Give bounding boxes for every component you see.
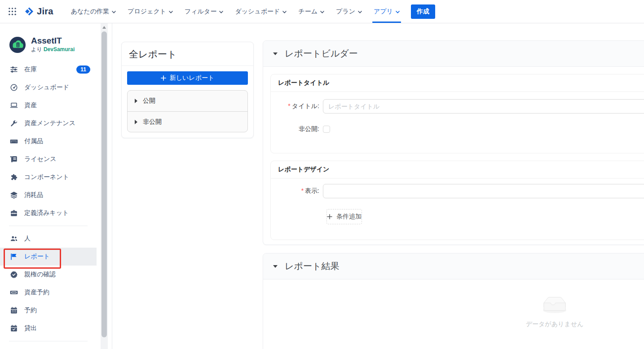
sidebar-menu: 在庫 11 ダッシュボード 資産 資産メンテナンス — [0, 61, 97, 341]
required-asterisk: * — [301, 187, 304, 194]
sidebar-divider — [9, 226, 88, 226]
sidebar-item-licenses[interactable]: ライセンス — [0, 150, 97, 168]
chevron-down-icon — [112, 11, 116, 13]
assetit-brand: AssetIT より DevSamurai — [0, 23, 112, 53]
nav-your-work[interactable]: あなたの作業 — [65, 0, 122, 23]
assetit-sidebar: AssetIT より DevSamurai 在庫 11 ダッシュボード — [0, 23, 112, 349]
layers-icon — [10, 191, 18, 199]
plus-icon — [327, 214, 332, 219]
dashboard-gauge-icon — [10, 83, 18, 92]
sidebar-item-asset-maintenance[interactable]: 資産メンテナンス — [0, 114, 97, 132]
badge-check-icon — [10, 270, 18, 279]
laptop-icon — [10, 101, 18, 109]
sidebar-item-predefined-kits[interactable]: 定義済みキット — [0, 204, 97, 222]
private-field-label: 非公開: — [278, 125, 323, 133]
sidebar-item-dashboard[interactable]: ダッシュボード — [0, 79, 97, 96]
empty-state-text: データがありません — [263, 320, 644, 328]
caret-right-icon — [135, 120, 137, 124]
report-title-input[interactable] — [323, 99, 644, 113]
display-field-label: *表示: — [278, 187, 323, 195]
sidebar-divider — [9, 341, 88, 341]
sidebar-item-booking[interactable]: 予約 — [0, 301, 97, 319]
report-design-fieldset: レポートデザイン *表示: 条件追加 — [270, 161, 644, 240]
create-button[interactable]: 作成 — [411, 4, 435, 19]
chevron-down-icon — [169, 11, 173, 13]
main-content: 全レポート 新しいレポート 公開 非公開 レポートビ — [112, 23, 644, 349]
new-report-button[interactable]: 新しいレポート — [127, 71, 248, 85]
sidebar-item-consumables[interactable]: 消耗品 — [0, 186, 97, 204]
report-results-title: レポート結果 — [285, 260, 339, 272]
sidebar-item-inventory[interactable]: 在庫 11 — [0, 61, 97, 79]
nav-dashboards[interactable]: ダッシュボード — [229, 0, 292, 23]
chevron-down-icon — [282, 11, 287, 13]
nav-apps[interactable]: アプリ — [368, 0, 406, 23]
app-byline: より DevSamurai — [31, 46, 75, 53]
caret-right-icon — [135, 99, 137, 103]
sidebar-item-people[interactable]: 人 — [0, 230, 97, 248]
report-design-heading: レポートデザイン — [271, 161, 644, 179]
chevron-down-icon — [358, 11, 362, 13]
all-reports-title: 全レポート — [122, 42, 253, 66]
chevron-down-icon — [219, 11, 223, 13]
all-reports-card: 全レポート 新しいレポート 公開 非公開 — [121, 42, 254, 138]
nav-filters[interactable]: フィルター — [179, 0, 229, 23]
inventory-count-badge: 11 — [76, 65, 90, 74]
chevron-down-icon — [320, 11, 324, 13]
empty-state: データがありません — [263, 279, 644, 328]
jira-logo[interactable]: Jira — [24, 0, 53, 23]
empty-inbox-icon — [540, 296, 569, 314]
chevron-down-icon — [396, 11, 400, 13]
group-private[interactable]: 非公開 — [128, 111, 247, 132]
scrollbar-thumb[interactable] — [101, 31, 107, 337]
app-name: AssetIT — [31, 36, 75, 46]
caret-down-icon — [273, 52, 278, 55]
flag-icon — [10, 253, 18, 261]
sidebar-item-components[interactable]: コンポーネント — [0, 168, 97, 186]
wrench-icon — [10, 119, 18, 127]
calendar-icon — [10, 306, 18, 314]
report-title-fieldset: レポートタイトル *タイトル: 非公開: — [270, 74, 644, 153]
people-icon — [10, 235, 18, 243]
report-results-header[interactable]: レポート結果 — [263, 253, 644, 279]
calendar-check-icon — [10, 324, 18, 332]
nav-teams[interactable]: チーム — [292, 0, 330, 23]
license-scroll-icon — [10, 155, 18, 163]
sidebar-scrollbar[interactable] — [101, 23, 108, 349]
plus-icon — [161, 75, 166, 81]
sidebar-item-checkout[interactable]: 貸出 — [0, 319, 97, 337]
app-switcher-grid-icon[interactable] — [5, 0, 19, 23]
report-builder-header[interactable]: レポートビルダー — [263, 41, 644, 67]
jira-logo-icon — [24, 6, 34, 17]
sidebar-item-reports[interactable]: レポート — [0, 248, 97, 266]
add-condition-button[interactable]: 条件追加 — [326, 209, 362, 224]
toolbox-icon — [10, 209, 18, 217]
display-select-input[interactable] — [323, 184, 644, 198]
ticket-icon — [10, 288, 18, 297]
report-builder-panel: レポートビルダー レポートタイトル *タイトル: 非公開: — [263, 40, 644, 245]
sidebar-item-custody-check[interactable]: 親権の確認 — [0, 266, 97, 284]
assetit-logo-icon — [9, 36, 26, 53]
nav-projects[interactable]: プロジェクト — [122, 0, 179, 23]
required-asterisk: * — [288, 102, 290, 109]
private-checkbox[interactable] — [323, 126, 330, 133]
sidebar-item-assets[interactable]: 資産 — [0, 96, 97, 114]
report-builder-title: レポートビルダー — [285, 48, 358, 60]
sidebar-item-accessories[interactable]: 付属品 — [0, 132, 97, 150]
report-groups-collapse: 公開 非公開 — [127, 90, 248, 132]
keyboard-icon — [10, 137, 18, 145]
nav-plans[interactable]: プラン — [330, 0, 368, 23]
report-results-panel: レポート結果 データがありません — [263, 253, 644, 349]
sidebar-item-asset-reservation[interactable]: 資産予約 — [0, 284, 97, 301]
puzzle-icon — [10, 173, 18, 181]
vendor-name: DevSamurai — [44, 46, 75, 52]
jira-brand-text: Jira — [37, 6, 53, 17]
caret-down-icon — [273, 265, 278, 268]
jira-top-navbar: Jira あなたの作業 プロジェクト フィルター ダッシュボード チーム — [0, 0, 644, 23]
scrollbar-up-arrow-icon[interactable] — [102, 26, 106, 29]
report-title-heading: レポートタイトル — [271, 74, 644, 92]
title-field-label: *タイトル: — [278, 102, 323, 110]
sliders-icon — [10, 65, 18, 74]
group-public[interactable]: 公開 — [128, 91, 247, 111]
